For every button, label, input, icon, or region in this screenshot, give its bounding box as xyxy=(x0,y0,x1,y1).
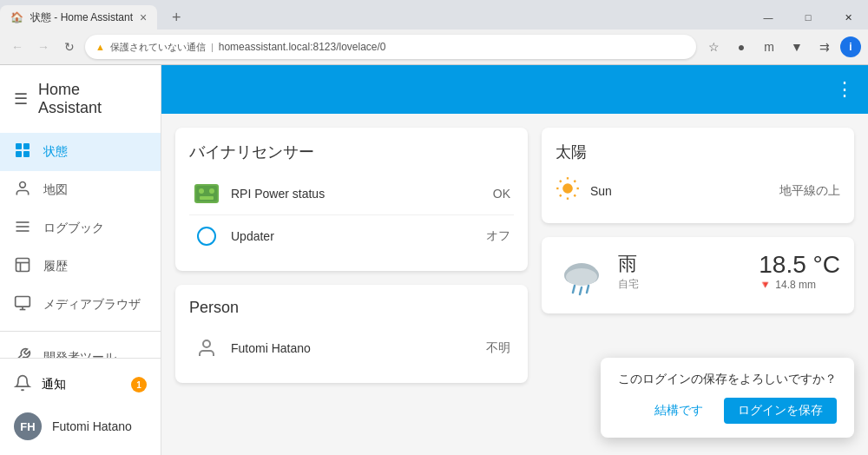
binary-sensor-card: バイナリセンサー RPI Power status xyxy=(175,128,528,271)
security-text: 保護されていない通信 xyxy=(110,41,206,54)
person-card: Person Futomi Hatano 不明 xyxy=(175,285,528,383)
sensor-row-rpi[interactable]: RPI Power status OK xyxy=(189,173,514,215)
close-button[interactable]: ✕ xyxy=(828,3,868,32)
sidebar-item-status[interactable]: 状態 xyxy=(0,133,161,171)
person-icon xyxy=(193,334,220,362)
notification-label: 通知 xyxy=(42,377,66,392)
sidebar-item-history[interactable]: 履歴 xyxy=(0,247,161,286)
tab-close-button[interactable]: × xyxy=(140,10,147,24)
toast-buttons: 結構です ログインを保存 xyxy=(618,398,837,424)
notification-icon xyxy=(14,374,31,395)
toast-confirm-button[interactable]: ログインを保存 xyxy=(724,398,837,424)
svg-line-36 xyxy=(580,287,582,294)
left-column: バイナリセンサー RPI Power status xyxy=(175,128,528,442)
extension2-icon[interactable]: ▼ xyxy=(785,35,809,59)
weather-temperature: 18.5 °C xyxy=(759,251,840,279)
tab-bar: 🏠 状態 - Home Assistant × + — □ ✕ xyxy=(0,0,868,30)
sidebar-item-map[interactable]: 地図 xyxy=(0,171,161,209)
tab-title: 状態 - Home Assistant xyxy=(30,10,133,25)
weather-name: 雨 xyxy=(618,251,748,277)
updater-icon xyxy=(193,222,220,250)
svg-line-29 xyxy=(560,195,562,196)
sidebar-item-devtools[interactable]: 開発者ツール xyxy=(0,339,161,358)
sidebar-header: ☰ Home Assistant xyxy=(0,65,161,133)
toast-message: このログインの保存をよろしいですか？ xyxy=(618,372,837,387)
forward-button[interactable]: → xyxy=(33,36,54,57)
sun-row[interactable]: Sun 地平線の上 xyxy=(556,173,840,209)
map-icon xyxy=(14,180,31,201)
svg-rect-11 xyxy=(16,297,30,307)
address-bar: ← → ↻ ▲ 保護されていない通信 | homeassistant.local… xyxy=(0,30,868,64)
extension3-icon[interactable]: ⇉ xyxy=(812,35,837,59)
app-title: Home Assistant xyxy=(38,81,147,117)
browser-chrome: 🏠 状態 - Home Assistant × + — □ ✕ ← → ↻ ▲ … xyxy=(0,0,868,65)
svg-point-21 xyxy=(203,340,210,347)
weather-right: 18.5 °C 🔻 14.8 mm xyxy=(759,251,840,291)
sidebar-item-media[interactable]: メディアブラウザ xyxy=(0,286,161,324)
hamburger-icon[interactable]: ☰ xyxy=(14,89,28,109)
sun-name: Sun xyxy=(590,184,769,198)
new-tab-button[interactable]: + xyxy=(164,5,188,30)
sidebar-label-status: 状態 xyxy=(43,144,68,160)
sidebar-label-logbook: ログブック xyxy=(43,221,104,236)
sun-icon xyxy=(556,176,580,206)
media-icon xyxy=(14,294,31,315)
svg-line-30 xyxy=(574,181,575,182)
toast-cancel-button[interactable]: 結構です xyxy=(641,398,717,424)
rpi-sensor-name: RPI Power status xyxy=(231,187,483,201)
notification-badge: 1 xyxy=(131,377,147,392)
security-icon: ▲ xyxy=(95,42,105,52)
top-bar-menu-icon[interactable]: ⋮ xyxy=(835,78,854,101)
updater-sensor-name: Updater xyxy=(231,229,476,243)
sensor-row-updater[interactable]: Updater オフ xyxy=(189,215,514,257)
logbook-icon xyxy=(14,218,31,239)
maximize-button[interactable]: □ xyxy=(788,3,828,32)
svg-point-22 xyxy=(562,183,573,194)
user-item[interactable]: FH Futomi Hatano xyxy=(0,404,161,449)
weather-info: 雨 自宅 xyxy=(618,251,748,292)
person-row[interactable]: Futomi Hatano 不明 xyxy=(189,327,514,369)
toolbar-icons: ☆ ● m ▼ ⇉ i xyxy=(701,35,861,59)
weather-card: 雨 自宅 18.5 °C 🔻 14.8 mm xyxy=(542,237,854,313)
nav-divider xyxy=(0,331,161,332)
updater-sensor-status: オフ xyxy=(486,228,510,244)
weather-precipitation: 🔻 14.8 mm xyxy=(759,279,840,291)
extension-icon[interactable]: m xyxy=(757,35,781,59)
svg-line-26 xyxy=(574,195,575,196)
svg-rect-1 xyxy=(23,143,30,149)
status-icon xyxy=(14,142,31,162)
svg-rect-8 xyxy=(16,259,30,272)
sidebar-footer: 通知 1 FH Futomi Hatano xyxy=(0,358,161,455)
svg-rect-19 xyxy=(200,196,214,200)
person-status: 不明 xyxy=(486,340,510,356)
refresh-button[interactable]: ↻ xyxy=(59,36,80,57)
svg-line-25 xyxy=(560,181,562,182)
window-controls: — □ ✕ xyxy=(748,3,868,32)
sun-status: 地平線の上 xyxy=(779,183,840,199)
sidebar-label-map: 地図 xyxy=(43,182,68,198)
devtools-icon xyxy=(14,347,31,358)
svg-point-20 xyxy=(198,228,215,245)
address-separator: | xyxy=(211,42,214,52)
precipitation-icon: 🔻 xyxy=(759,279,772,291)
history-icon xyxy=(14,256,31,277)
account-icon[interactable]: ● xyxy=(729,35,753,59)
sun-title: 太陽 xyxy=(556,142,840,162)
address-input[interactable]: ▲ 保護されていない通信 | homeassistant.local:8123/… xyxy=(85,35,696,59)
svg-line-37 xyxy=(587,286,589,293)
sidebar-label-devtools: 開発者ツール xyxy=(43,350,116,358)
notification-item[interactable]: 通知 1 xyxy=(0,366,161,404)
person-name: Futomi Hatano xyxy=(231,341,476,355)
profile-icon[interactable]: i xyxy=(840,36,861,57)
user-name: Futomi Hatano xyxy=(52,419,132,433)
svg-rect-3 xyxy=(23,151,30,157)
sidebar-item-logbook[interactable]: ログブック xyxy=(0,209,161,247)
bookmark-icon[interactable]: ☆ xyxy=(701,35,726,59)
active-tab[interactable]: 🏠 状態 - Home Assistant × xyxy=(0,5,157,30)
svg-rect-2 xyxy=(16,151,22,157)
user-avatar: FH xyxy=(14,412,42,440)
minimize-button[interactable]: — xyxy=(748,3,788,32)
svg-point-18 xyxy=(209,188,214,194)
back-button[interactable]: ← xyxy=(7,36,28,57)
top-bar: ⋮ xyxy=(161,65,868,114)
